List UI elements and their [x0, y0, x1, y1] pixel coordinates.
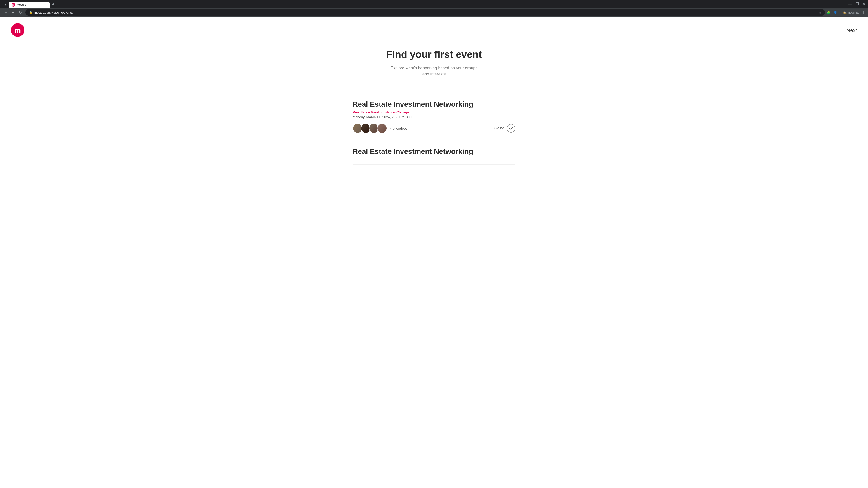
toolbar-right: 🧩 👤 🕵 Incognito ⋮	[827, 10, 865, 15]
tab-dropdown-icon[interactable]: ▾	[4, 3, 6, 6]
event-card: Real Estate Investment Networking Real E…	[352, 93, 515, 140]
page-header: m Next	[0, 17, 868, 44]
going-label: Going	[494, 126, 504, 131]
address-bar[interactable]: 🔒 meetup.com/welcome/events/ ☆	[25, 9, 825, 15]
next-button[interactable]: Next	[846, 28, 857, 33]
tab-favicon: m	[11, 3, 15, 6]
events-list: Real Estate Investment Networking Real E…	[344, 93, 524, 165]
browser-chrome: ▾ m Meetup × + — ❐ ✕ ← → ↻	[0, 0, 868, 17]
event-title-2: Real Estate Investment Networking	[352, 147, 515, 156]
nav-buttons: ← → ↻	[3, 9, 24, 15]
avatar	[377, 123, 387, 133]
window-controls: — ❐ ✕	[848, 2, 865, 7]
new-tab-button[interactable]: +	[51, 1, 57, 8]
menu-button[interactable]: ⋮	[862, 11, 865, 14]
going-section: Going	[494, 124, 515, 133]
profile-icon[interactable]: 👤	[833, 11, 837, 14]
event-card-2: Real Estate Investment Networking	[352, 140, 515, 164]
close-button[interactable]: ✕	[862, 2, 865, 6]
event-footer: 4 attendees Going	[352, 123, 515, 133]
event-date: Monday, March 11, 2024, 7:35 PM CDT	[352, 115, 515, 119]
svg-text:m: m	[14, 26, 21, 34]
lock-icon: 🔒	[29, 11, 33, 14]
incognito-icon: 🕵	[843, 11, 846, 14]
tab-inactive-area: ▾	[3, 2, 8, 8]
page-content: m Next Find your first event Explore wha…	[0, 17, 868, 487]
page-subtitle: Explore what's happening based on your g…	[352, 65, 515, 77]
bookmark-icon[interactable]: ☆	[818, 11, 822, 14]
page-main: Find your first event Explore what's hap…	[344, 44, 524, 93]
event-group-link[interactable]: Real Estate Wealth Institute- Chicago	[352, 110, 515, 114]
attendees-section: 4 attendees	[352, 123, 407, 133]
tab-close-button[interactable]: ×	[43, 3, 47, 6]
address-text: meetup.com/welcome/events/	[34, 11, 817, 14]
attendees-count: 4 attendees	[390, 127, 407, 130]
browser-titlebar: ▾ m Meetup × + — ❐ ✕	[0, 0, 868, 8]
event-title: Real Estate Investment Networking	[352, 100, 515, 108]
going-check-button[interactable]	[507, 124, 515, 133]
incognito-badge: 🕵 Incognito	[843, 11, 860, 14]
back-button[interactable]: ←	[3, 9, 9, 15]
tab-title: Meetup	[17, 3, 41, 6]
extensions-icon[interactable]: 🧩	[827, 11, 831, 14]
meetup-logo[interactable]: m	[11, 23, 24, 38]
browser-toolbar: ← → ↻ 🔒 meetup.com/welcome/events/ ☆ 🧩 👤…	[0, 8, 868, 17]
attendee-avatars	[352, 123, 387, 133]
forward-button[interactable]: →	[10, 9, 16, 15]
browser-tab-meetup[interactable]: m Meetup ×	[9, 2, 50, 8]
avatar-img	[377, 124, 386, 133]
minimize-button[interactable]: —	[848, 2, 852, 6]
reload-button[interactable]: ↻	[17, 9, 24, 15]
incognito-label: Incognito	[847, 11, 860, 14]
maximize-button[interactable]: ❐	[856, 2, 859, 6]
svg-text:m: m	[12, 4, 14, 6]
page-title: Find your first event	[352, 48, 515, 61]
